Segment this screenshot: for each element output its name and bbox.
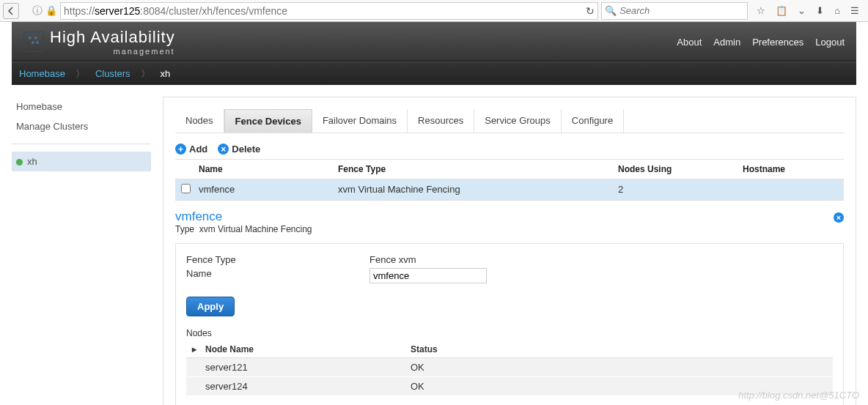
grid-header: Name Fence Type Nodes Using Hostname xyxy=(175,160,844,179)
delete-button[interactable]: × Delete xyxy=(218,144,260,155)
nav-admin[interactable]: Admin xyxy=(713,37,740,48)
home-icon[interactable]: ⌂ xyxy=(834,5,840,16)
top-nav: About Admin Preferences Logout xyxy=(677,37,845,48)
table-row[interactable]: vmfence xvm Virtual Machine Fencing 2 xyxy=(175,179,844,201)
arrow-left-icon xyxy=(6,6,16,16)
sidebar-item-label: xh xyxy=(27,156,37,167)
download-icon[interactable]: ⬇ xyxy=(816,5,824,16)
cell-type: xvm Virtual Machine Fencing xyxy=(338,184,618,196)
ncol-status: Status xyxy=(411,344,827,354)
nav-preferences[interactable]: Preferences xyxy=(752,37,803,48)
apply-button[interactable]: Apply xyxy=(186,297,235,316)
logo: High Availability management xyxy=(23,28,175,56)
crumb-current: xh xyxy=(161,68,171,79)
fence-type-value: Fence xvm xyxy=(369,254,487,265)
sidebar-divider xyxy=(12,144,151,144)
sidebar-item-homebase[interactable]: Homebase xyxy=(12,97,151,116)
detail-title: vmfence xyxy=(175,209,844,224)
nodes-title: Nodes xyxy=(186,328,833,338)
status-dot-icon xyxy=(16,159,23,166)
col-hostname: Hostname xyxy=(743,164,838,174)
detail-type-value: xvm Virtual Machine Fencing xyxy=(199,224,312,234)
list-item[interactable]: server124 OK xyxy=(186,377,833,396)
add-button[interactable]: + Add xyxy=(175,144,207,155)
reload-icon[interactable]: ↻ xyxy=(586,5,595,17)
nav-about[interactable]: About xyxy=(677,37,702,48)
menu-icon[interactable]: ☰ xyxy=(850,5,859,16)
row-checkbox[interactable] xyxy=(181,184,191,193)
pocket-icon[interactable]: ⌄ xyxy=(798,5,806,16)
browser-bar: ⓘ 🔒 https://server125:8084/cluster/xh/fe… xyxy=(0,0,868,22)
form-box: Fence Type Name Fence xvm Apply Nodes ▸ … xyxy=(175,243,844,405)
crumb-homebase[interactable]: Homebase xyxy=(19,68,65,79)
ncol-name: Node Name xyxy=(205,344,411,354)
action-bar: + Add × Delete xyxy=(175,139,844,160)
crumb-sep-icon: 〉 xyxy=(76,67,85,81)
col-nodes-using: Nodes Using xyxy=(618,164,743,174)
url-protocol: https:// xyxy=(64,5,95,17)
search-icon: 🔍 xyxy=(605,5,617,16)
list-item[interactable]: server121 OK xyxy=(186,358,833,377)
search-input[interactable] xyxy=(619,5,744,16)
nodes-section: Nodes ▸ Node Name Status server121 OK se… xyxy=(186,328,833,396)
breadcrumb: Homebase 〉 Clusters 〉 xh xyxy=(12,62,856,85)
tab-fence-devices[interactable]: Fence Devices xyxy=(224,109,312,133)
nodes-header: ▸ Node Name Status xyxy=(186,341,833,358)
tabs: Nodes Fence Devices Failover Domains Res… xyxy=(175,109,844,133)
node-name: server124 xyxy=(205,381,411,392)
sidebar-item-cluster-xh[interactable]: xh xyxy=(12,152,151,171)
nav-logout[interactable]: Logout xyxy=(815,37,845,48)
tab-nodes[interactable]: Nodes xyxy=(175,109,224,133)
detail-type-label: Type xyxy=(175,224,194,234)
url-host: server125 xyxy=(95,5,140,17)
logo-title: High Availability xyxy=(50,28,175,46)
expand-col: ▸ xyxy=(192,344,205,354)
plus-icon: + xyxy=(175,144,186,155)
name-input[interactable] xyxy=(369,268,487,283)
sidebar-item-manage-clusters[interactable]: Manage Clusters xyxy=(12,116,151,136)
sidebar: Homebase Manage Clusters xh xyxy=(12,97,151,405)
bookmark-icon[interactable]: ☆ xyxy=(757,5,765,16)
main-area: Homebase Manage Clusters xh Nodes Fence … xyxy=(0,85,868,405)
delete-label: Delete xyxy=(232,144,260,155)
fence-type-label: Fence Type xyxy=(186,254,369,265)
search-bar[interactable]: 🔍 xyxy=(601,2,748,20)
tab-failover-domains[interactable]: Failover Domains xyxy=(312,109,408,133)
url-path: :8084/cluster/xh/fences/vmfence xyxy=(140,5,287,17)
cell-nodes: 2 xyxy=(618,184,743,196)
watermark: http://blog.csdn.net@51CTO xyxy=(738,390,859,401)
name-label: Name xyxy=(186,268,369,279)
cell-host xyxy=(743,184,838,196)
url-bar[interactable]: https://server125:8084/cluster/xh/fences… xyxy=(60,2,598,20)
crumb-clusters[interactable]: Clusters xyxy=(95,68,130,79)
lock-icon[interactable]: 🔒 xyxy=(45,5,57,16)
detail-header: vmfence Type xvm Virtual Machine Fencing… xyxy=(175,209,844,234)
logo-icon xyxy=(23,31,44,52)
col-name: Name xyxy=(199,164,338,174)
x-icon: × xyxy=(218,144,229,155)
readinglist-icon[interactable]: 📋 xyxy=(776,5,787,16)
tab-service-groups[interactable]: Service Groups xyxy=(474,109,562,133)
close-icon[interactable]: × xyxy=(834,212,844,223)
tab-resources[interactable]: Resources xyxy=(408,109,474,133)
back-button[interactable] xyxy=(3,3,19,19)
app-header: High Availability management About Admin… xyxy=(12,22,856,62)
content-panel: Nodes Fence Devices Failover Domains Res… xyxy=(163,97,856,405)
cell-name: vmfence xyxy=(199,184,338,196)
node-name: server121 xyxy=(205,362,411,373)
tab-configure[interactable]: Configure xyxy=(562,109,624,133)
info-icon[interactable]: ⓘ xyxy=(32,4,43,18)
node-status: OK xyxy=(411,362,827,373)
add-label: Add xyxy=(189,144,207,155)
col-type: Fence Type xyxy=(338,164,618,174)
toolbar-icons: ☆ 📋 ⌄ ⬇ ⌂ ☰ xyxy=(751,5,865,16)
crumb-sep-icon: 〉 xyxy=(141,67,150,81)
logo-subtitle: management xyxy=(50,47,175,56)
